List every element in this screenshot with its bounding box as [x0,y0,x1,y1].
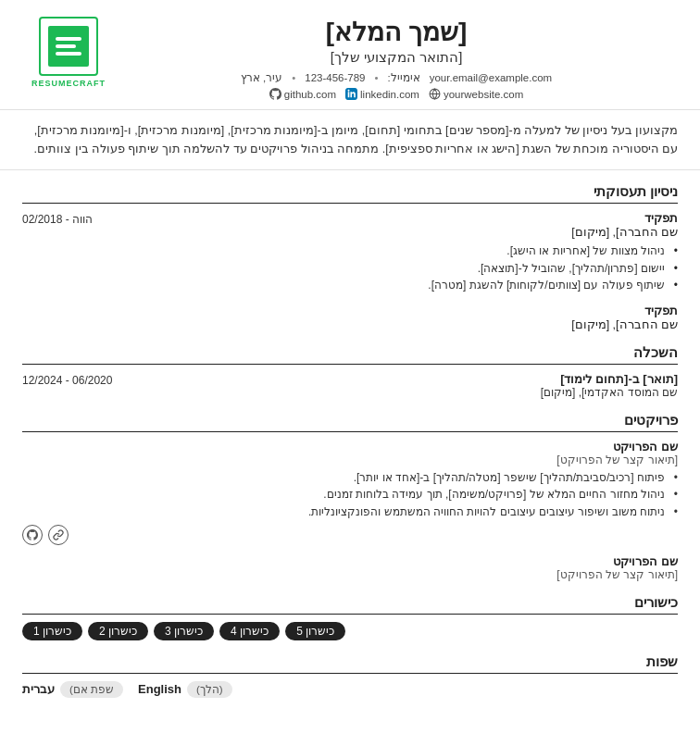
project-name-2: שם הפרויקט [22,554,678,568]
linkedin-link[interactable]: linkedin.com [345,88,419,100]
full-name: [שמך המלא] [115,17,678,47]
lang-name-english: English [138,682,181,696]
exp-period-1: 02/2018 - הווה [22,211,143,294]
lang-level-hebrew: שפת אם) [60,681,123,698]
skills-title: כישורים [22,594,678,615]
github-label: github.com [284,89,336,100]
exp-role-2: תפקיד [143,304,678,317]
github-project-icon[interactable] [22,525,43,545]
projects-section: פרויקטים שם הפרויקט [תיאור קצר של הפרויק… [22,412,678,581]
skill-chip-2: כישרון 2 [88,622,148,640]
main-content: ניסיון תעסוקתי תפקיד שם החברה], [מיקום] … [0,183,700,713]
exp-bullets-1: ניהול מצוות של [אחריות או הישג]. יישום [… [143,242,678,294]
education-title: השכלה [22,344,678,365]
languages-section: שפות (הלך) English שפת אם) עברית [22,653,678,698]
header-info: [שמך המלא] [התואר המקצועי שלך] עיר, ארץ … [115,17,678,100]
logo-text: RESUMECRAFT [31,79,106,88]
project-item: שם הפרויקט [תיאור קצר של הפרויקט] פיתוח … [22,440,678,545]
edu-period: 12/2024 - 06/2020 [22,372,143,399]
summary-section: מקצועון בעל ניסיון של למעלה מ-[מספר שנים… [0,110,700,170]
language-row: (הלך) English שפת אם) עברית [22,681,678,698]
logo-box [39,17,98,76]
skill-chip-3: כישרון 3 [154,622,214,640]
project-icons-1 [22,525,678,545]
resume-craft-logo: RESUMECRAFT [22,17,115,88]
email-label: :אימייל [388,71,420,84]
edu-institution: שם המוסד האקדמי], [מיקום] [143,386,678,399]
phone-label: 123-456-789 [305,72,365,83]
contact-info: עיר, ארץ • 123-456-789 • :אימייל your.em… [115,71,678,100]
exp-bullet: יישום [פתרון/תהליך], שהוביל ל-[תוצאה]. [143,260,678,278]
exp-bullet: ניהול מצוות של [אחריות או הישג]. [143,242,678,260]
project-desc-2: [תיאור קצר של הפרויקט] [22,568,678,581]
project-bullets-1: פיתוח [רכיב/סביבת/תהליך] שישפר [מטלה/תהל… [22,469,678,521]
language-item-hebrew: שפת אם) עברית [22,681,123,698]
exp-role-1: תפקיד [143,211,678,225]
project-bullet: פיתוח [רכיב/סביבת/תהליך] שישפר [מטלה/תהל… [22,469,678,487]
project-name-1: שם הפרויקט [22,440,678,453]
experience-item: תפקיד שם החברה], [מיקום] ניהול מצוות של … [22,211,678,294]
skills-chips: כישרון 5 כישרון 4 כישרון 3 כישרון 2 כישר… [22,622,678,640]
exp-company-2: שם החברה], [מיקום] [143,317,678,331]
email-link[interactable]: your.email@example.com [430,72,552,83]
lang-name-hebrew: עברית [22,682,55,696]
lang-level-english: (הלך) [187,681,232,698]
linkedin-label: linkedin.com [360,89,419,100]
experience-title: ניסיון תעסוקתי [22,183,678,204]
skills-section: כישורים כישרון 5 כישרון 4 כישרון 3 כישרו… [22,594,678,640]
exp-bullet: שיתוף פעולה עם [צוותים/לקוחות] להשגת [מט… [143,277,678,294]
website-icon [429,88,441,100]
city-label: עיר, ארץ [241,71,282,84]
edu-degree: [תואר] ב-[תחום לימוד] [143,372,678,386]
project-bullet: ניהול מחזור החיים המלא של [פרויקט/משימה]… [22,486,678,503]
projects-title: פרויקטים [22,412,678,432]
skill-chip-4: כישרון 4 [219,622,280,640]
experience-section: ניסיון תעסוקתי תפקיד שם החברה], [מיקום] … [22,183,678,331]
header: [שמך המלא] [התואר המקצועי שלך] עיר, ארץ … [0,0,700,110]
github-link[interactable]: github.com [269,88,336,100]
website-label: yourwebsite.com [444,89,523,100]
link-project-icon[interactable] [48,525,69,545]
project-item: שם הפרויקט [תיאור קצר של הפרויקט] [22,554,678,581]
linkedin-icon [345,88,357,100]
education-section: השכלה [תואר] ב-[תחום לימוד] שם המוסד האק… [22,344,678,399]
summary-text: מקצועון בעל ניסיון של למעלה מ-[מספר שנים… [22,121,678,158]
exp-company-1: שם החברה], [מיקום] [143,225,678,239]
experience-item: תפקיד שם החברה], [מיקום] [22,304,678,331]
professional-title: [התואר המקצועי שלך] [115,49,678,66]
skill-chip-5: כישרון 5 [285,622,345,640]
languages-title: שפות [22,653,678,674]
skill-chip-1: כישרון 1 [22,622,82,640]
education-item: [תואר] ב-[תחום לימוד] שם המוסד האקדמי], … [22,372,678,399]
website-link[interactable]: yourwebsite.com [429,88,523,100]
project-bullet: ניתוח משוב ושיפור עיצובים עיצובים להויות… [22,503,678,521]
exp-period-2 [22,304,143,331]
language-item-english: (הלך) English [138,681,232,698]
github-icon [269,88,281,100]
project-desc-1: [תיאור קצר של הפרויקט] [22,453,678,466]
